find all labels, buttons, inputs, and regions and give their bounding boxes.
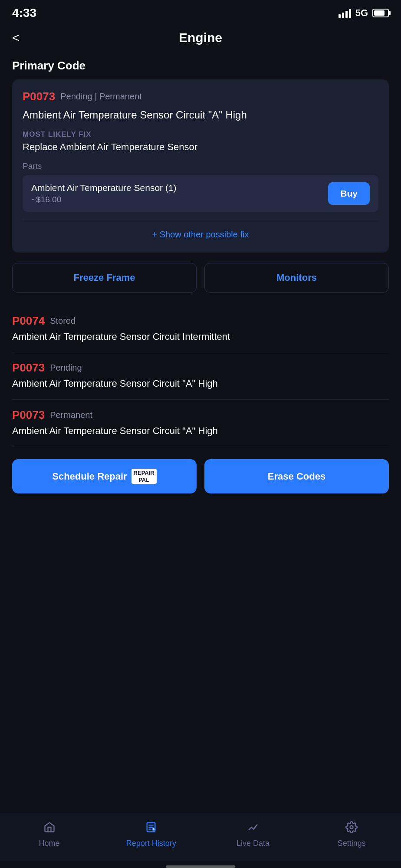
secondary-code-id-2: P0073 xyxy=(12,408,45,422)
status-right: 5G xyxy=(339,7,389,19)
primary-code-description: Ambient Air Temperature Sensor Circuit "… xyxy=(23,108,378,122)
primary-code-card: P0073 Pending | Permanent Ambient Air Te… xyxy=(12,79,389,253)
back-button[interactable]: < xyxy=(12,30,20,45)
repair-pal-badge: REPAIRPAL xyxy=(131,469,157,484)
secondary-code-item-1[interactable]: P0073 Pending Ambient Air Temperature Se… xyxy=(12,352,389,400)
secondary-code-id-0: P0074 xyxy=(12,314,45,328)
primary-section-title: Primary Code xyxy=(12,59,389,72)
part-info: Ambient Air Temperature Sensor (1) ~$16.… xyxy=(31,183,177,204)
signal-bars-icon xyxy=(339,8,351,18)
bottom-actions: Schedule Repair REPAIRPAL Erase Codes xyxy=(12,459,389,493)
part-price: ~$16.00 xyxy=(31,195,177,204)
nav-item-settings[interactable]: Settings xyxy=(330,821,373,848)
nav-item-live-data[interactable]: Live Data xyxy=(231,821,275,848)
divider xyxy=(23,220,378,220)
code-list-header-0: P0074 Stored xyxy=(12,314,389,328)
action-buttons-row: Freeze Frame Monitors xyxy=(12,263,389,293)
nav-label-settings: Settings xyxy=(338,839,366,848)
page-title: Engine xyxy=(179,30,222,45)
part-name: Ambient Air Temperature Sensor (1) xyxy=(31,183,177,193)
live-data-icon xyxy=(247,821,259,836)
status-time: 4:33 xyxy=(12,6,36,20)
secondary-code-status-1: Pending xyxy=(50,363,82,373)
code-list-header-2: P0073 Permanent xyxy=(12,408,389,422)
nav-label-report-history: Report History xyxy=(126,839,176,848)
network-type: 5G xyxy=(355,7,368,19)
part-row: Ambient Air Temperature Sensor (1) ~$16.… xyxy=(23,175,378,212)
erase-codes-button[interactable]: Erase Codes xyxy=(204,459,389,493)
show-more-fix-button[interactable]: + Show other possible fix xyxy=(23,227,378,242)
secondary-code-id-1: P0073 xyxy=(12,361,45,375)
battery-icon xyxy=(372,9,389,17)
parts-label: Parts xyxy=(23,161,378,171)
header: < Engine xyxy=(0,23,401,52)
secondary-code-status-2: Permanent xyxy=(50,410,92,420)
settings-icon xyxy=(345,821,358,836)
nav-item-home[interactable]: Home xyxy=(28,821,71,848)
home-icon xyxy=(43,821,56,836)
nav-label-live-data: Live Data xyxy=(237,839,270,848)
status-bar: 4:33 5G xyxy=(0,0,401,23)
buy-button[interactable]: Buy xyxy=(328,182,370,205)
svg-point-5 xyxy=(350,826,353,829)
most-likely-fix-label: MOST LIKELY FIX xyxy=(23,130,378,139)
secondary-code-item-2[interactable]: P0073 Permanent Ambient Air Temperature … xyxy=(12,400,389,447)
primary-code-status: Pending | Permanent xyxy=(60,92,142,102)
secondary-code-status-0: Stored xyxy=(50,316,76,326)
code-list-header-1: P0073 Pending xyxy=(12,361,389,375)
schedule-repair-label: Schedule Repair xyxy=(52,471,127,482)
primary-code-header: P0073 Pending | Permanent xyxy=(23,90,378,103)
nav-label-home: Home xyxy=(39,839,60,848)
schedule-repair-button[interactable]: Schedule Repair REPAIRPAL xyxy=(12,459,197,493)
report-history-icon xyxy=(145,821,157,836)
secondary-code-description-0: Ambient Air Temperature Sensor Circuit I… xyxy=(12,330,389,344)
secondary-code-item-0[interactable]: P0074 Stored Ambient Air Temperature Sen… xyxy=(12,306,389,353)
monitors-button[interactable]: Monitors xyxy=(204,263,389,293)
nav-item-report-history[interactable]: Report History xyxy=(126,821,176,848)
main-content: Primary Code P0073 Pending | Permanent A… xyxy=(0,52,401,813)
secondary-code-description-2: Ambient Air Temperature Sensor Circuit "… xyxy=(12,424,389,438)
secondary-code-description-1: Ambient Air Temperature Sensor Circuit "… xyxy=(12,377,389,391)
bottom-nav: Home Report History Live Data xyxy=(0,813,401,861)
home-indicator xyxy=(166,865,235,868)
most-likely-fix-text: Replace Ambient Air Temperature Sensor xyxy=(23,141,378,153)
freeze-frame-button[interactable]: Freeze Frame xyxy=(12,263,197,293)
primary-code-id: P0073 xyxy=(23,90,55,103)
